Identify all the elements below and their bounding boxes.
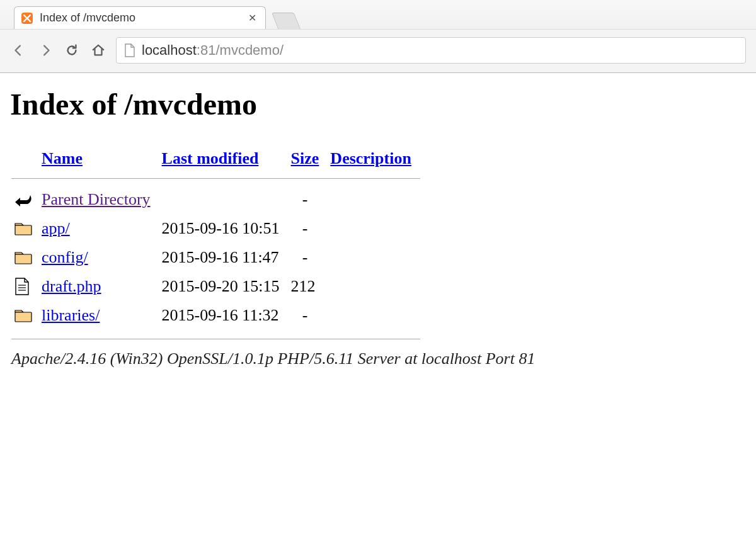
parent-size: - bbox=[289, 185, 328, 214]
server-signature: Apache/2.4.16 (Win32) OpenSSL/1.0.1p PHP… bbox=[11, 349, 746, 368]
file-link[interactable]: config/ bbox=[42, 248, 88, 266]
page-icon bbox=[124, 43, 135, 57]
url-path: /mvcdemo/ bbox=[215, 42, 284, 58]
home-button[interactable] bbox=[89, 42, 107, 59]
new-tab-button[interactable] bbox=[272, 13, 301, 29]
toolbar: localhost:81/mvcdemo/ bbox=[0, 29, 756, 72]
tab-bar: Index of /mvcdemo ✕ bbox=[0, 0, 756, 29]
file-desc bbox=[328, 272, 420, 301]
header-description: Description bbox=[328, 144, 420, 177]
svg-rect-6 bbox=[15, 312, 32, 322]
file-desc bbox=[328, 243, 420, 272]
file-size: - bbox=[289, 243, 328, 272]
header-size: Size bbox=[289, 144, 328, 177]
sort-modified-link[interactable]: Last modified bbox=[162, 149, 259, 167]
sort-name-link[interactable]: Name bbox=[42, 149, 83, 167]
table-row: app/ 2015-09-16 10:51 - bbox=[11, 214, 420, 243]
folder-icon bbox=[14, 250, 35, 265]
file-icon bbox=[14, 277, 35, 296]
url-port: :81 bbox=[197, 42, 216, 58]
file-modified: 2015-09-20 15:15 bbox=[159, 272, 289, 301]
header-name: Name bbox=[39, 144, 159, 177]
reload-button[interactable] bbox=[63, 42, 81, 59]
divider-top bbox=[11, 178, 420, 179]
back-arrow-icon bbox=[14, 191, 35, 208]
parent-modified bbox=[159, 185, 289, 214]
table-row: draft.php 2015-09-20 15:15 212 bbox=[11, 272, 420, 301]
tab-title: Index of /mvcdemo bbox=[40, 11, 239, 25]
file-desc bbox=[328, 214, 420, 243]
url-bar[interactable]: localhost:81/mvcdemo/ bbox=[116, 37, 746, 64]
file-link[interactable]: app/ bbox=[42, 219, 70, 237]
file-size: 212 bbox=[289, 272, 328, 301]
back-button[interactable] bbox=[10, 42, 28, 59]
xampp-favicon-icon bbox=[21, 12, 33, 25]
directory-listing: Name Last modified Size Description Pare… bbox=[11, 144, 420, 343]
sort-description-link[interactable]: Description bbox=[330, 149, 411, 167]
header-icon-col bbox=[11, 144, 39, 177]
file-modified: 2015-09-16 10:51 bbox=[159, 214, 289, 243]
file-link[interactable]: draft.php bbox=[42, 277, 101, 295]
file-size: - bbox=[289, 301, 328, 330]
divider-bottom bbox=[11, 339, 420, 339]
svg-rect-1 bbox=[15, 225, 32, 235]
file-modified: 2015-09-16 11:32 bbox=[159, 301, 289, 330]
browser-tab[interactable]: Index of /mvcdemo ✕ bbox=[14, 6, 266, 29]
page-title: Index of /mvcdemo bbox=[10, 87, 746, 122]
file-desc bbox=[328, 301, 420, 330]
url-text: localhost:81/mvcdemo/ bbox=[142, 42, 284, 59]
file-size: - bbox=[289, 214, 328, 243]
sort-size-link[interactable]: Size bbox=[291, 149, 319, 167]
parent-directory-link[interactable]: Parent Directory bbox=[42, 190, 151, 208]
file-link[interactable]: libraries/ bbox=[42, 306, 100, 324]
page-content: Index of /mvcdemo Name Last modified Siz… bbox=[0, 73, 756, 375]
browser-chrome: Index of /mvcdemo ✕ localhost:81/mvcdemo… bbox=[0, 0, 756, 73]
url-host: localhost bbox=[142, 42, 197, 58]
folder-icon bbox=[14, 221, 35, 236]
table-row: config/ 2015-09-16 11:47 - bbox=[11, 243, 420, 272]
table-row: libraries/ 2015-09-16 11:32 - bbox=[11, 301, 420, 330]
header-row: Name Last modified Size Description bbox=[11, 144, 420, 177]
header-modified: Last modified bbox=[159, 144, 289, 177]
close-tab-icon[interactable]: ✕ bbox=[246, 12, 259, 24]
folder-icon bbox=[14, 308, 35, 323]
file-modified: 2015-09-16 11:47 bbox=[159, 243, 289, 272]
forward-button[interactable] bbox=[37, 42, 54, 59]
parent-desc bbox=[328, 185, 420, 214]
parent-directory-row: Parent Directory - bbox=[11, 185, 420, 214]
svg-rect-2 bbox=[15, 254, 32, 264]
